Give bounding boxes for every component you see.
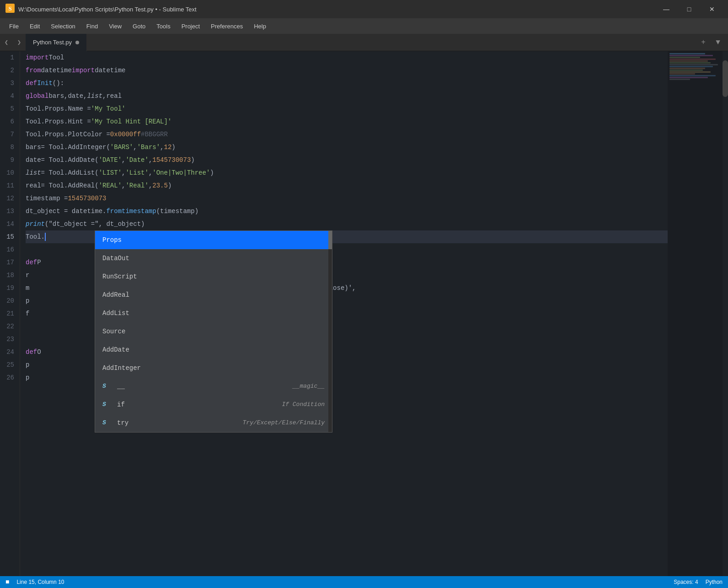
code-editor[interactable]: import Tool from datetime import datetim… — [20, 51, 668, 576]
menu-edit[interactable]: Edit — [24, 21, 45, 32]
code-line-1: import Tool — [26, 51, 668, 64]
window-title: W:\Documents\Local\Python Scripts\Python… — [18, 6, 652, 13]
line-num-6: 6 — [4, 115, 14, 128]
ac-item-try[interactable]: S try Try/Except/Else/Finally — [95, 414, 332, 432]
code-line-9: date= Tool.AddDate('DATE','Date', 154573… — [26, 154, 668, 166]
ac-label-if: if — [117, 396, 274, 414]
menu-find[interactable]: Find — [81, 21, 103, 32]
tab-label: Python Test.py — [33, 39, 72, 46]
line-num-13: 13 — [4, 205, 14, 218]
line-num-10: 10 — [4, 166, 14, 179]
snippet-indicator-try: S — [102, 414, 110, 432]
app-icon: S — [5, 4, 15, 15]
ac-item-props[interactable]: Props — [95, 231, 332, 249]
ac-label-dataout: DataOut — [102, 249, 325, 267]
line-num-9: 9 — [4, 154, 14, 166]
ac-label-runscript: RunScript — [102, 267, 325, 286]
window-controls: — □ ✕ — [656, 2, 723, 16]
line-num-1: 1 — [4, 51, 14, 64]
menu-goto[interactable]: Goto — [127, 21, 151, 32]
ac-item-if[interactable]: S if If Condition — [95, 396, 332, 414]
line-num-23: 23 — [4, 333, 14, 346]
ac-item-source[interactable]: Source — [95, 322, 332, 341]
code-line-2: from datetime import datetime — [26, 64, 668, 77]
ac-hint-try: Try/Except/Else/Finally — [243, 414, 325, 432]
menu-selection[interactable]: Selection — [45, 21, 80, 32]
autocomplete-dropdown: Props DataOut RunScript AddReal AddList … — [95, 230, 332, 433]
line-numbers: 1 2 3 4 5 6 7 8 9 10 11 12 13 14 15 16 1… — [0, 51, 20, 576]
ac-item-addreal[interactable]: AddReal — [95, 286, 332, 304]
ac-label-try: try — [117, 414, 236, 432]
tab-modified-indicator — [75, 41, 79, 44]
code-line-3: def Init(): — [26, 77, 668, 90]
menu-file[interactable]: File — [4, 21, 24, 32]
line-num-24: 24 — [4, 346, 14, 358]
code-line-5: Tool.Props.Name = 'My Tool' — [26, 102, 668, 115]
ac-label-props: Props — [102, 231, 325, 249]
menu-view[interactable]: View — [103, 21, 127, 32]
tab-nav-left[interactable]: ❮ — [0, 34, 13, 51]
tab-list-button[interactable]: ▼ — [712, 36, 724, 49]
ac-label-source: Source — [102, 322, 325, 341]
line-num-21: 21 — [4, 307, 14, 320]
minimize-button[interactable]: — — [656, 2, 677, 16]
code-line-10: list= Tool.AddList('LIST','List','One|Tw… — [26, 166, 668, 179]
vertical-scrollbar[interactable] — [723, 51, 728, 576]
line-num-5: 5 — [4, 102, 14, 115]
line-num-16: 16 — [4, 243, 14, 256]
status-language[interactable]: Python — [706, 579, 723, 585]
ac-item-adddate[interactable]: AddDate — [95, 341, 332, 359]
code-line-7: Tool.Props.PlotColor = 0x0000ff #BBGGRR — [26, 128, 668, 141]
status-position[interactable]: Line 15, Column 10 — [16, 579, 64, 585]
status-bar: ■ Line 15, Column 10 Spaces: 4 Python — [0, 576, 728, 588]
code-line-4: global bars,date,list,real — [26, 90, 668, 102]
menu-help[interactable]: Help — [248, 21, 272, 32]
maximize-button[interactable]: □ — [679, 2, 700, 16]
svg-text:S: S — [8, 5, 11, 12]
ac-item-runscript[interactable]: RunScript — [95, 267, 332, 286]
tab-bar: ❮ ❯ Python Test.py + ▼ — [0, 34, 728, 51]
ac-item-magic[interactable]: S __ __magic__ — [95, 377, 332, 396]
code-line-12: timestamp = 1545730073 — [26, 192, 668, 205]
line-num-14: 14 — [4, 218, 14, 230]
line-num-17: 17 — [4, 256, 14, 269]
ac-hint-magic: __magic__ — [293, 377, 325, 396]
ac-label-addreal: AddReal — [102, 286, 325, 304]
line-num-3: 3 — [4, 77, 14, 90]
line-num-11: 11 — [4, 179, 14, 192]
line-num-2: 2 — [4, 64, 14, 77]
ac-label-magic: __ — [117, 377, 285, 396]
editor-container: 1 2 3 4 5 6 7 8 9 10 11 12 13 14 15 16 1… — [0, 51, 728, 576]
status-spaces[interactable]: Spaces: 4 — [674, 579, 698, 585]
line-num-15: 15 — [4, 230, 14, 243]
code-line-13: dt_object = datetime.fromtimestamp(times… — [26, 205, 668, 218]
minimap[interactable] — [668, 51, 723, 576]
code-line-8: bars= Tool.AddInteger('BARS', 'Bars', 12… — [26, 141, 668, 154]
menu-preferences[interactable]: Preferences — [205, 21, 248, 32]
menu-tools[interactable]: Tools — [151, 21, 176, 32]
ac-label-addlist: AddList — [102, 304, 325, 322]
close-button[interactable]: ✕ — [701, 2, 723, 16]
line-num-26: 26 — [4, 371, 14, 384]
ac-hint-if: If Condition — [282, 396, 325, 414]
minimap-content — [668, 51, 723, 82]
ac-item-addinteger[interactable]: AddInteger — [95, 359, 332, 377]
line-num-8: 8 — [4, 141, 14, 154]
line-num-20: 20 — [4, 294, 14, 307]
status-right: Spaces: 4 Python — [674, 579, 723, 585]
line-num-18: 18 — [4, 269, 14, 282]
tab-python-test[interactable]: Python Test.py — [26, 34, 87, 51]
line-num-12: 12 — [4, 192, 14, 205]
code-line-11: real= Tool.AddReal('REAL','Real',23.5) — [26, 179, 668, 192]
snippet-indicator-magic: S — [102, 377, 110, 396]
scrollbar-thumb[interactable] — [723, 60, 728, 97]
code-line-14: print("dt_object =", dt_object) — [26, 218, 668, 230]
ac-item-addlist[interactable]: AddList — [95, 304, 332, 322]
autocomplete-scrollbar[interactable] — [328, 231, 332, 432]
tab-actions: + ▼ — [697, 36, 728, 49]
tab-nav-right[interactable]: ❯ — [13, 34, 26, 51]
ac-label-addinteger: AddInteger — [102, 359, 325, 377]
ac-item-dataout[interactable]: DataOut — [95, 249, 332, 267]
new-tab-button[interactable]: + — [697, 36, 710, 49]
menu-project[interactable]: Project — [176, 21, 205, 32]
